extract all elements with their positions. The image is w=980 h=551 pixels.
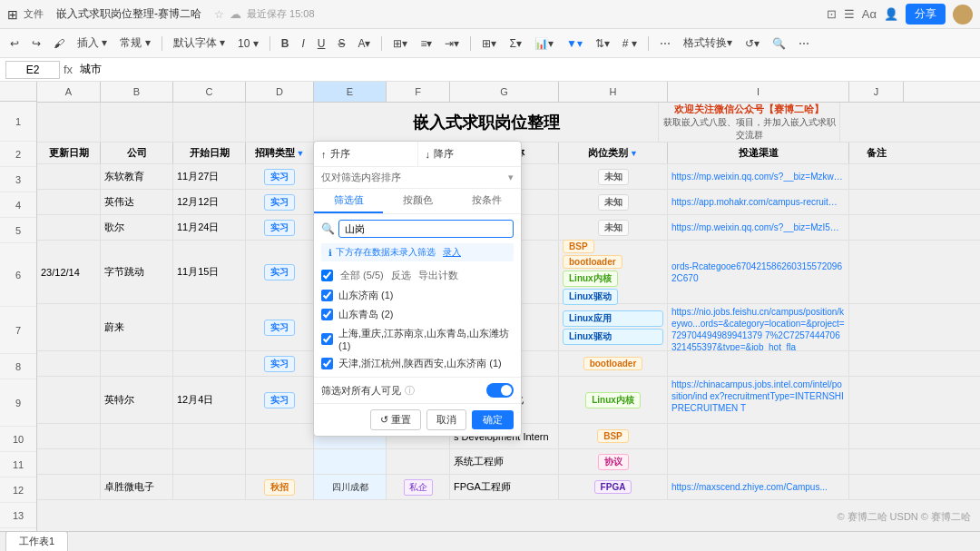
cell-type-11[interactable]	[246, 449, 314, 474]
cell-date-10[interactable]	[37, 424, 101, 448]
wrap-btn[interactable]: ⇥▾	[440, 35, 464, 52]
cell-cat-4[interactable]: 未知	[559, 190, 668, 214]
star-icon[interactable]: ☆	[214, 8, 224, 21]
sort-asc-button[interactable]: ↑ 升序	[314, 142, 417, 166]
cell-a1[interactable]	[37, 103, 101, 142]
sheet-tab-1[interactable]: 工作表1	[5, 531, 68, 551]
font-select[interactable]: 默认字体 ▾	[169, 34, 230, 53]
cell-date-3[interactable]	[37, 164, 101, 189]
header-date[interactable]: 更新日期	[37, 143, 101, 163]
select-all-checkbox[interactable]	[321, 270, 333, 281]
cell-type-4[interactable]: 实习	[246, 190, 314, 214]
filter-item-3[interactable]: 天津,浙江杭州,陕西西安,山东济南 (1)	[321, 354, 514, 373]
header-company[interactable]: 公司	[101, 143, 173, 163]
col-header-i[interactable]: I	[668, 82, 849, 102]
col-header-h[interactable]: H	[559, 82, 668, 102]
chart-btn[interactable]: 📊▾	[530, 35, 558, 52]
cell-date-11[interactable]	[37, 449, 101, 474]
cell-type-8[interactable]: 实习	[246, 351, 314, 376]
cell-cat-9[interactable]: Linux内核	[559, 377, 668, 423]
header-startdate[interactable]: 开始日期	[173, 143, 246, 163]
cell-link-6[interactable]: ords-Rcategooe6704215862603155720962C670	[668, 241, 849, 303]
cell-start-11[interactable]	[173, 449, 246, 474]
cell-note-3[interactable]	[849, 164, 904, 189]
cell-company-9[interactable]: 英特尔	[101, 377, 173, 423]
cell-note-10[interactable]	[849, 424, 904, 448]
cell-link-11[interactable]	[668, 449, 849, 474]
cell-note-6[interactable]	[849, 241, 904, 303]
cell-start-4[interactable]: 12月12日	[173, 190, 246, 214]
cell-link-8[interactable]	[668, 351, 849, 376]
filter-checkbox-1[interactable]	[321, 309, 333, 320]
filter-checkbox-2[interactable]	[321, 333, 333, 345]
strikethrough-btn[interactable]: S	[333, 35, 349, 52]
filter-tab-values[interactable]: 筛选值	[314, 189, 383, 213]
cell-comptype-11[interactable]	[387, 449, 450, 474]
cell-type-3[interactable]: 实习	[246, 164, 314, 189]
col-header-a[interactable]: A	[37, 82, 101, 102]
select-all-label[interactable]: 全部 (5/5)	[340, 269, 384, 282]
col-header-j[interactable]: J	[849, 82, 904, 102]
cell-link-12[interactable]: https://maxscend.zhiye.com/Campus...	[668, 475, 849, 499]
sum-btn[interactable]: Σ▾	[505, 35, 525, 52]
header-note[interactable]: 备注	[849, 143, 904, 163]
fullscreen-icon[interactable]: ⊡	[827, 7, 837, 21]
cell-cat-6[interactable]: BSP bootloader Linux内核 Linux驱动	[559, 241, 668, 303]
more-btn[interactable]: ⋯	[655, 35, 675, 52]
menu-icon[interactable]: ☰	[844, 7, 855, 21]
filter-item-2[interactable]: 上海,重庆,江苏南京,山东青岛,山东潍坊 (1)	[321, 324, 514, 354]
cell-cat-5[interactable]: 未知	[559, 215, 668, 240]
cell-company-3[interactable]: 东软教育	[101, 164, 173, 189]
formula-input[interactable]: 城市	[76, 62, 975, 78]
align-btn[interactable]: ≡▾	[416, 35, 436, 52]
confirm-button[interactable]: 确定	[472, 410, 514, 429]
cell-company-4[interactable]: 英伟达	[101, 190, 173, 214]
cell-d1[interactable]	[246, 103, 314, 142]
undo-icon[interactable]: ↩	[5, 35, 24, 52]
cell-type-5[interactable]: 实习	[246, 215, 314, 240]
cell-start-8[interactable]	[173, 351, 246, 376]
cell-note-4[interactable]	[849, 190, 904, 214]
cell-type-9[interactable]: 实习	[246, 377, 314, 423]
cell-reference[interactable]: E2	[5, 61, 60, 79]
cell-cat-7[interactable]: Linux应用 Linux驱动	[559, 304, 668, 350]
invert-label[interactable]: 反选	[391, 269, 411, 282]
bold-btn[interactable]: B	[277, 35, 294, 52]
redo-icon[interactable]: ↪	[27, 35, 45, 52]
header-type[interactable]: 招聘类型 ▼	[246, 143, 314, 163]
cell-link-7[interactable]: https://nio.jobs.feishu.cn/campus/positi…	[668, 304, 849, 350]
avatar[interactable]	[953, 5, 973, 25]
font-size-select[interactable]: 10 ▾	[233, 35, 263, 52]
cell-cat-8[interactable]: bootloader	[559, 351, 668, 376]
merge-btn[interactable]: ⊞▾	[388, 35, 412, 52]
cell-start-6[interactable]: 11月15日	[173, 241, 246, 303]
cell-company-12[interactable]: 卓胜微电子	[101, 475, 173, 499]
formula-func-icon[interactable]: fx	[64, 63, 73, 76]
filter-tab-color[interactable]: 按颜色	[383, 189, 452, 213]
cell-cat-10[interactable]: BSP	[559, 424, 668, 448]
sort-btn[interactable]: ⇅▾	[591, 35, 614, 52]
enter-link[interactable]: 录入	[443, 246, 461, 259]
col-header-f[interactable]: F	[387, 82, 450, 102]
font-size-icon[interactable]: Aα	[862, 7, 877, 21]
reset-button[interactable]: ↺ 重置	[370, 409, 421, 430]
cell-comptype-12[interactable]: 私企	[387, 475, 450, 499]
cell-link-3[interactable]: https://mp.weixin.qq.com/s?__biz=MzkwMDM…	[668, 164, 849, 189]
insert-menu[interactable]: 插入 ▾	[73, 34, 112, 53]
cell-city-12[interactable]: 四川成都	[314, 475, 387, 499]
cell-date-6[interactable]: 23/12/14	[37, 241, 101, 303]
cell-company-8[interactable]	[101, 351, 173, 376]
menu-file[interactable]: 文件	[24, 7, 44, 21]
cell-link-10[interactable]	[668, 424, 849, 448]
search-btn[interactable]: 🔍	[768, 35, 790, 52]
filter-checkbox-0[interactable]	[321, 290, 333, 301]
cell-date-7[interactable]	[37, 304, 101, 350]
number-btn[interactable]: # ▾	[618, 35, 642, 52]
cell-start-3[interactable]: 11月27日	[173, 164, 246, 189]
cell-cat-11[interactable]: 协议	[559, 449, 668, 474]
filter-checkbox-3[interactable]	[321, 358, 333, 369]
cell-company-6[interactable]: 字节跳动	[101, 241, 173, 303]
cell-type-7[interactable]: 实习	[246, 304, 314, 350]
cell-note-5[interactable]	[849, 215, 904, 240]
cell-note-11[interactable]	[849, 449, 904, 474]
